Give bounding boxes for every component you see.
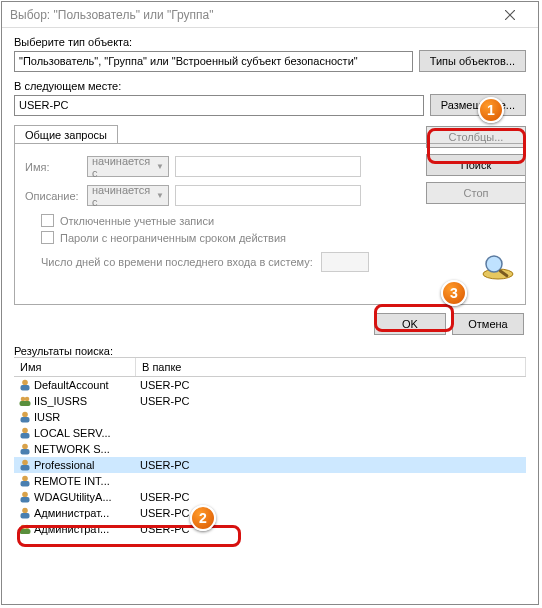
group-icon (18, 394, 32, 408)
table-row[interactable]: IIS_IUSRSUSER-PC (14, 393, 526, 409)
svg-point-12 (22, 428, 28, 434)
svg-point-25 (25, 525, 30, 530)
table-row[interactable]: DefaultAccountUSER-PC (14, 377, 526, 393)
results-header: Имя В папке (14, 357, 526, 377)
ok-button[interactable]: OK (374, 313, 446, 335)
svg-rect-6 (21, 385, 30, 391)
svg-point-24 (21, 525, 26, 530)
object-type-field[interactable] (14, 51, 413, 72)
desc-mode-combo[interactable]: начинается с▼ (87, 185, 169, 206)
location-field[interactable] (14, 95, 424, 116)
column-name[interactable]: Имя (14, 358, 136, 376)
results-label: Результаты поиска: (14, 345, 526, 357)
description-input[interactable] (175, 185, 361, 206)
result-folder: USER-PC (134, 491, 190, 503)
callout-2: 2 (190, 505, 216, 531)
result-name: IUSR (34, 411, 134, 423)
name-input[interactable] (175, 156, 361, 177)
checkbox-icon (41, 214, 54, 227)
table-row[interactable]: Администрат...USER-PC (14, 521, 526, 537)
svg-rect-23 (21, 513, 30, 519)
result-name: LOCAL SERV... (34, 427, 134, 439)
object-type-label: Выберите тип объекта: (14, 36, 526, 48)
result-name: DefaultAccount (34, 379, 134, 391)
name-label: Имя: (25, 161, 81, 173)
svg-point-20 (22, 492, 28, 498)
result-name: REMOTE INT... (34, 475, 134, 487)
user-icon (18, 490, 32, 504)
svg-point-8 (25, 397, 30, 402)
window-title: Выбор: "Пользователь" или "Группа" (10, 8, 490, 22)
result-name: Администрат... (34, 507, 134, 519)
svg-point-5 (22, 380, 28, 386)
result-folder: USER-PC (134, 459, 190, 471)
svg-rect-26 (20, 529, 31, 534)
cancel-button[interactable]: Отмена (452, 313, 524, 335)
table-row[interactable]: ProfessionalUSER-PC (14, 457, 526, 473)
table-row[interactable]: NETWORK S... (14, 441, 526, 457)
tab-area: Общие запросы Имя: начинается с▼ Описани… (14, 124, 526, 305)
location-label: В следующем месте: (14, 80, 526, 92)
svg-rect-15 (21, 449, 30, 455)
svg-point-14 (22, 444, 28, 450)
result-name: WDAGUtilityA... (34, 491, 134, 503)
user-icon (18, 410, 32, 424)
disabled-accounts-check[interactable]: Отключенные учетные записи (41, 214, 515, 227)
svg-point-18 (22, 476, 28, 482)
chevron-down-icon: ▼ (156, 162, 164, 171)
group-icon (18, 522, 32, 536)
table-row[interactable]: LOCAL SERV... (14, 425, 526, 441)
nonexpiring-passwords-check[interactable]: Пароли с неограниченным сроком действия (41, 231, 515, 244)
checkbox-icon (41, 231, 54, 244)
table-row[interactable]: REMOTE INT... (14, 473, 526, 489)
user-icon (18, 474, 32, 488)
close-icon (505, 10, 515, 20)
result-folder: USER-PC (134, 523, 190, 535)
result-folder: USER-PC (134, 507, 190, 519)
days-combo[interactable] (321, 252, 369, 272)
result-name: IIS_IUSRS (34, 395, 134, 407)
result-folder: USER-PC (134, 395, 190, 407)
user-icon (18, 458, 32, 472)
results-list[interactable]: DefaultAccountUSER-PCIIS_IUSRSUSER-PCIUS… (14, 377, 526, 543)
close-button[interactable] (490, 3, 530, 27)
svg-rect-21 (21, 497, 30, 503)
result-name: Professional (34, 459, 134, 471)
result-folder: USER-PC (134, 379, 190, 391)
description-label: Описание: (25, 190, 81, 202)
titlebar: Выбор: "Пользователь" или "Группа" (2, 2, 538, 28)
table-row[interactable]: Администрат...USER-PC (14, 505, 526, 521)
tab-common-queries[interactable]: Общие запросы (14, 125, 118, 144)
svg-rect-17 (21, 465, 30, 471)
svg-point-16 (22, 460, 28, 466)
svg-rect-13 (21, 433, 30, 439)
table-row[interactable]: IUSR (14, 409, 526, 425)
days-label: Число дней со времени последнего входа в… (41, 256, 313, 268)
object-types-button[interactable]: Типы объектов... (419, 50, 526, 72)
column-folder[interactable]: В папке (136, 358, 526, 376)
name-mode-combo[interactable]: начинается с▼ (87, 156, 169, 177)
user-icon (18, 442, 32, 456)
result-name: Администрат... (34, 523, 134, 535)
svg-rect-11 (21, 417, 30, 423)
chevron-down-icon: ▼ (156, 191, 164, 200)
result-name: NETWORK S... (34, 443, 134, 455)
user-icon (18, 378, 32, 392)
svg-point-10 (22, 412, 28, 418)
svg-point-7 (21, 397, 26, 402)
callout-3: 3 (441, 280, 467, 306)
callout-1: 1 (478, 97, 504, 123)
svg-rect-19 (21, 481, 30, 487)
table-row[interactable]: WDAGUtilityA...USER-PC (14, 489, 526, 505)
user-icon (18, 506, 32, 520)
svg-rect-9 (20, 401, 31, 406)
svg-point-22 (22, 508, 28, 514)
user-icon (18, 426, 32, 440)
